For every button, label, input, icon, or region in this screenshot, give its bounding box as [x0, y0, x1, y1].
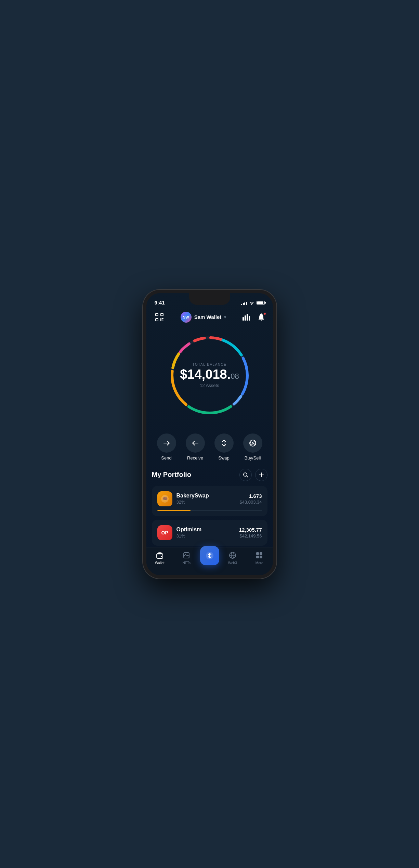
optimism-usd: $42,149.56 — [239, 533, 262, 539]
chart-icon — [243, 314, 250, 321]
svg-line-26 — [247, 476, 248, 477]
user-profile-button[interactable]: SW Sam Wallet ▾ — [181, 312, 226, 323]
portfolio-header: My Portfolio — [152, 469, 267, 481]
nav-more[interactable]: More — [246, 551, 273, 565]
svg-point-34 — [185, 554, 186, 555]
swap-icon — [221, 440, 227, 446]
svg-rect-40 — [256, 552, 259, 555]
notification-badge — [263, 312, 266, 315]
swap-label: Swap — [218, 455, 230, 461]
wallet-nav-icon — [156, 552, 163, 559]
more-nav-label: More — [256, 561, 263, 565]
receive-button[interactable]: Receive — [186, 433, 205, 461]
bottom-navigation: Wallet NFTs — [146, 547, 273, 575]
svg-rect-0 — [156, 313, 158, 316]
avatar: SW — [181, 312, 192, 323]
nfts-nav-label: NFTs — [183, 561, 191, 565]
svg-text:🍩: 🍩 — [162, 496, 167, 501]
phone-screen: 9:41 — [146, 293, 273, 575]
bakeryswap-progress-bar — [157, 510, 262, 511]
notch — [189, 293, 230, 305]
scan-icon — [155, 313, 164, 322]
buysell-label: Buy/Sell — [245, 455, 261, 461]
notifications-button[interactable] — [257, 312, 266, 322]
phone-frame: 9:41 — [143, 290, 276, 579]
scan-button[interactable] — [153, 311, 166, 323]
portfolio-title: My Portfolio — [152, 471, 192, 479]
svg-rect-9 — [247, 314, 248, 321]
svg-rect-42 — [256, 556, 259, 558]
nfts-nav-icon — [183, 552, 190, 559]
header-right — [241, 312, 266, 322]
svg-rect-43 — [260, 556, 262, 558]
buysell-icon: $ — [249, 439, 257, 447]
svg-rect-31 — [157, 554, 163, 558]
bakeryswap-info: BakerySwap 32% — [176, 493, 236, 505]
nav-nfts[interactable]: NFTs — [173, 551, 200, 565]
optimism-percent: 31% — [176, 533, 235, 539]
add-asset-button[interactable] — [255, 469, 267, 481]
balance-amount: $14,018.08 — [180, 368, 239, 381]
asset-card-bakeryswap[interactable]: 🍩 BakerySwap 32% 1.673 $43,003.34 — [152, 486, 267, 516]
bakeryswap-name: BakerySwap — [176, 493, 236, 499]
send-label: Send — [161, 455, 171, 461]
center-swap-icon — [205, 551, 214, 560]
portfolio-actions — [239, 469, 267, 481]
svg-rect-10 — [249, 316, 250, 321]
svg-rect-7 — [243, 317, 244, 321]
search-button[interactable] — [239, 469, 252, 481]
battery-icon — [257, 301, 265, 305]
svg-rect-41 — [260, 552, 262, 555]
receive-icon — [192, 440, 199, 446]
nav-web3[interactable]: Web3 — [219, 551, 246, 565]
bakeryswap-usd: $43,003.34 — [239, 500, 262, 505]
receive-label: Receive — [187, 455, 203, 461]
portfolio-section: My Portfolio — [146, 469, 273, 546]
chart-button[interactable] — [241, 312, 251, 322]
asset-card-optimism[interactable]: OP Optimism 31% 12,305.77 $42,149.56 — [152, 520, 267, 546]
bakeryswap-values: 1.673 $43,003.34 — [239, 493, 262, 505]
header: SW Sam Wallet ▾ — [146, 308, 273, 327]
optimism-logo: OP — [157, 525, 172, 540]
svg-rect-2 — [156, 319, 158, 321]
bakeryswap-amount: 1.673 — [239, 493, 262, 499]
svg-rect-8 — [245, 315, 246, 321]
svg-rect-32 — [161, 556, 162, 557]
optimism-name: Optimism — [176, 527, 235, 533]
optimism-values: 12,305.77 $42,149.56 — [239, 527, 262, 539]
add-icon — [259, 472, 264, 478]
bakeryswap-logo: 🍩 — [157, 491, 172, 506]
web3-nav-icon — [229, 552, 236, 559]
balance-section: TOTAL BALANCE $14,018.08 12 Assets — [146, 327, 273, 427]
chevron-down-icon: ▾ — [224, 315, 226, 320]
balance-ring: TOTAL BALANCE $14,018.08 12 Assets — [165, 331, 254, 420]
balance-label: TOTAL BALANCE — [180, 363, 239, 366]
web3-nav-label: Web3 — [228, 561, 237, 565]
bakeryswap-percent: 32% — [176, 500, 236, 505]
user-name: Sam Wallet — [194, 314, 221, 320]
action-buttons: Send Receive — [146, 427, 273, 469]
status-time: 9:41 — [155, 300, 165, 306]
send-button[interactable]: Send — [157, 433, 176, 461]
more-nav-icon — [256, 552, 263, 559]
assets-count: 12 Assets — [180, 383, 239, 388]
search-icon — [243, 472, 248, 478]
nav-center-swap[interactable] — [200, 546, 219, 565]
nav-wallet[interactable]: Wallet — [146, 551, 173, 565]
signal-icon — [241, 301, 247, 305]
balance-text: TOTAL BALANCE $14,018.08 12 Assets — [180, 363, 239, 388]
optimism-info: Optimism 31% — [176, 527, 235, 539]
status-icons — [241, 301, 265, 305]
optimism-amount: 12,305.77 — [239, 527, 262, 533]
wifi-icon — [249, 301, 254, 305]
send-icon — [163, 440, 170, 446]
svg-rect-1 — [161, 313, 163, 316]
wallet-nav-label: Wallet — [155, 561, 164, 565]
swap-button[interactable]: Swap — [214, 433, 234, 461]
buysell-button[interactable]: $ Buy/Sell — [243, 433, 262, 461]
